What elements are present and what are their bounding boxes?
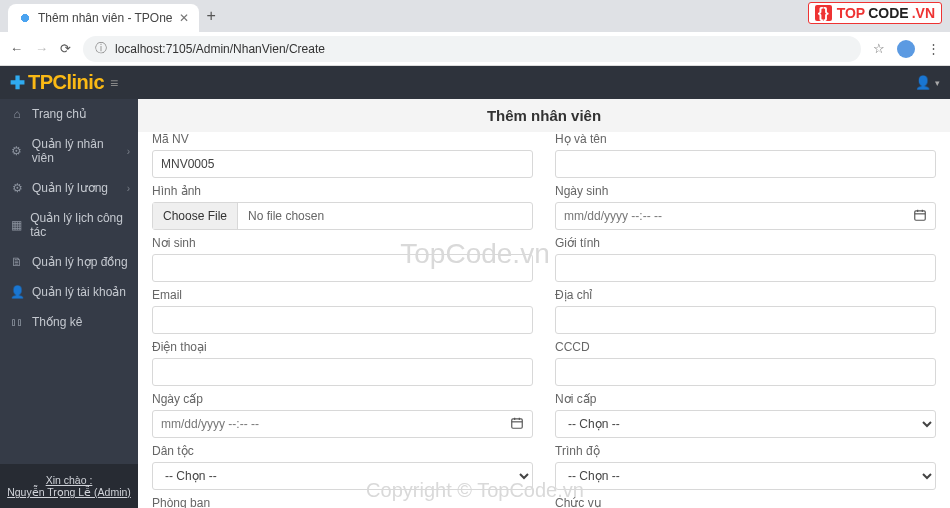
label-email: Email [152,288,533,302]
sidebar: ⌂ Trang chủ ⚙ Quản lý nhân viên › ⚙ Quản… [0,99,138,508]
field-gioitinh: Giới tính [555,236,936,282]
input-noisinh[interactable] [152,254,533,282]
label-phongban: Phòng ban [152,496,533,508]
label-noisinh: Nơi sinh [152,236,533,250]
field-ngaysinh: Ngày sinh mm/dd/yyyy --:-- -- [555,184,936,230]
site-info-icon[interactable]: ⓘ [95,40,107,57]
sidebar-item-hopdong[interactable]: 🗎 Quản lý hợp đồng [0,247,138,277]
input-dienthoai[interactable] [152,358,533,386]
profile-icon[interactable] [897,40,915,58]
date-placeholder: mm/dd/yyyy --:-- -- [564,209,662,223]
topcode-watermark-logo: {}TOPCODE.VN [808,2,942,24]
sidebar-footer: Xin chào : Nguyễn Trọng Lễ (Admin) [0,464,138,508]
footer-hello-link[interactable]: Xin chào : [6,474,132,486]
sidebar-toggle-icon[interactable]: ≡ [110,75,118,91]
file-chosen-text: No file chosen [238,203,334,229]
sidebar-item-lichcongtac[interactable]: ▦ Quản lý lịch công tác [0,203,138,247]
input-ngaycap[interactable]: mm/dd/yyyy --:-- -- [152,410,533,438]
back-button[interactable]: ← [10,41,23,56]
browser-tab[interactable]: Thêm nhân viên - TPOne ✕ [8,4,199,32]
calendar-icon[interactable] [510,416,524,433]
sidebar-item-label: Quản lý lịch công tác [30,211,128,239]
label-hinhanh: Hình ảnh [152,184,533,198]
user-menu[interactable]: 👤 ▾ [915,75,940,90]
reload-button[interactable]: ⟳ [60,41,71,56]
field-manv: Mã NV [152,132,533,178]
input-ngaysinh[interactable]: mm/dd/yyyy --:-- -- [555,202,936,230]
sidebar-item-thongke[interactable]: ⫾⫾ Thống kê [0,307,138,337]
app-logo[interactable]: ✚ TPClinic [10,71,104,94]
sidebar-item-label: Quản lý tài khoản [32,285,126,299]
select-dantoc[interactable]: -- Chọn -- [152,462,533,490]
input-manv[interactable] [152,150,533,178]
close-tab-icon[interactable]: ✕ [179,11,189,25]
file-input-hinhanh[interactable]: Choose File No file chosen [152,202,533,230]
logo-mark-icon: ✚ [10,72,25,94]
sidebar-item-taikhoan[interactable]: 👤 Quản lý tài khoản [0,277,138,307]
field-noicap: Nơi cấp -- Chọn -- [555,392,936,438]
url-text: localhost:7105/Admin/NhanVien/Create [115,42,325,56]
footer-user-link[interactable]: Nguyễn Trọng Lễ (Admin) [6,486,132,498]
logo-text: TPClinic [28,71,104,94]
field-trinhdo: Trình độ -- Chọn -- [555,444,936,490]
browser-url-bar: ← → ⟳ ⓘ localhost:7105/Admin/NhanVien/Cr… [0,32,950,66]
bookmark-icon[interactable]: ☆ [873,41,885,56]
field-cccd: CCCD [555,340,936,386]
input-email[interactable] [152,306,533,334]
select-trinhdo[interactable]: -- Chọn -- [555,462,936,490]
field-dantoc: Dân tộc -- Chọn -- [152,444,533,490]
form-area: Mã NV Họ và tên Hình ảnh Choose File No … [138,132,950,508]
svg-rect-0 [915,210,926,219]
label-cccd: CCCD [555,340,936,354]
sidebar-item-label: Quản lý hợp đồng [32,255,128,269]
label-dantoc: Dân tộc [152,444,533,458]
label-chucvu: Chức vụ [555,496,936,508]
field-diachi: Địa chỉ [555,288,936,334]
field-email: Email [152,288,533,334]
field-noisinh: Nơi sinh [152,236,533,282]
sidebar-item-label: Thống kê [32,315,82,329]
app-navbar: ✚ TPClinic ≡ 👤 ▾ [0,66,950,99]
field-ngaycap: Ngày cấp mm/dd/yyyy --:-- -- [152,392,533,438]
input-cccd[interactable] [555,358,936,386]
forward-button[interactable]: → [35,41,48,56]
label-ngaysinh: Ngày sinh [555,184,936,198]
label-ngaycap: Ngày cấp [152,392,533,406]
user-icon: 👤 [915,75,931,90]
gear-icon: ⚙ [10,144,24,158]
label-gioitinh: Giới tính [555,236,936,250]
new-tab-button[interactable]: + [207,7,216,25]
label-noicap: Nơi cấp [555,392,936,406]
chevron-right-icon: › [127,146,130,157]
page-title: Thêm nhân viên [138,99,950,132]
choose-file-button[interactable]: Choose File [153,203,238,229]
user-icon: 👤 [10,285,24,299]
sidebar-item-luong[interactable]: ⚙ Quản lý lương › [0,173,138,203]
sidebar-item-label: Quản lý nhân viên [32,137,128,165]
field-hoten: Họ và tên [555,132,936,178]
favicon-icon [18,11,32,25]
field-dienthoai: Điện thoại [152,340,533,386]
label-hoten: Họ và tên [555,132,936,146]
label-dienthoai: Điện thoại [152,340,533,354]
calendar-icon[interactable] [913,208,927,225]
field-chucvu: Chức vụ -- Chọn -- [555,496,936,508]
sidebar-item-nhanvien[interactable]: ⚙ Quản lý nhân viên › [0,129,138,173]
chevron-right-icon: › [127,183,130,194]
input-gioitinh[interactable] [555,254,936,282]
date-placeholder: mm/dd/yyyy --:-- -- [161,417,259,431]
gear-icon: ⚙ [10,181,24,195]
menu-icon[interactable]: ⋮ [927,41,940,56]
url-input[interactable]: ⓘ localhost:7105/Admin/NhanVien/Create [83,36,861,62]
chevron-down-icon: ▾ [935,78,940,88]
select-noicap[interactable]: -- Chọn -- [555,410,936,438]
input-hoten[interactable] [555,150,936,178]
tab-title: Thêm nhân viên - TPOne [38,11,173,25]
input-diachi[interactable] [555,306,936,334]
calendar-icon: ▦ [10,218,22,232]
label-trinhdo: Trình độ [555,444,936,458]
field-phongban: Phòng ban -- Chọn -- [152,496,533,508]
file-icon: 🗎 [10,255,24,269]
sidebar-item-home[interactable]: ⌂ Trang chủ [0,99,138,129]
label-manv: Mã NV [152,132,533,146]
